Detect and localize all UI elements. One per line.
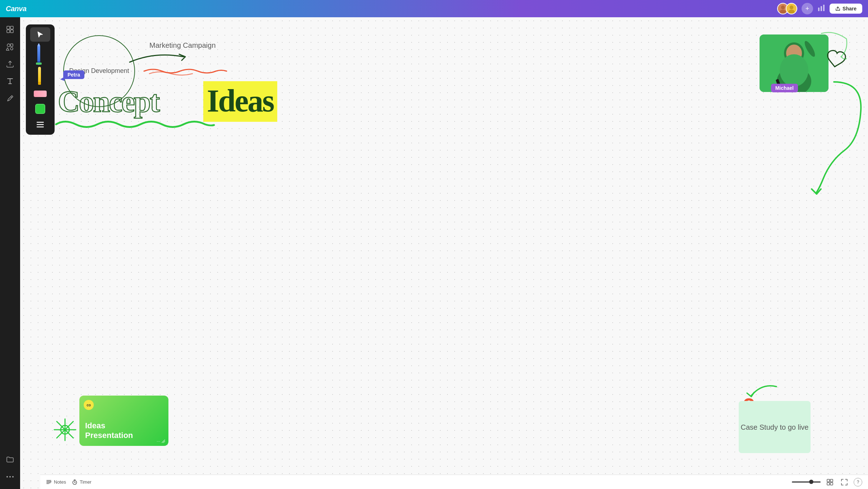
green-color-swatch[interactable] (30, 102, 50, 116)
squiggle-underline (54, 117, 216, 132)
sidebar-item-grid[interactable] (2, 22, 18, 37)
yellow-marker-tool[interactable] (30, 66, 50, 86)
svg-rect-15 (10, 47, 13, 50)
marketing-underline-doodle (142, 66, 232, 77)
ideas-highlighted-text: Ideas (203, 81, 277, 122)
canvas-content: Design Development Marketing Campaign (20, 17, 434, 245)
blue-marker-tool[interactable] (30, 43, 50, 65)
sidebar-item-draw[interactable] (2, 91, 18, 106)
svg-rect-21 (37, 126, 44, 128)
svg-rect-10 (10, 26, 13, 29)
select-tool[interactable] (30, 27, 50, 42)
svg-rect-20 (37, 124, 44, 125)
canva-logo: Canva (6, 5, 27, 13)
sidebar-item-elements[interactable] (2, 39, 18, 55)
header: Canva + (0, 0, 434, 17)
tools-menu-button[interactable] (30, 117, 50, 132)
left-sidebar (0, 17, 20, 245)
svg-rect-19 (37, 122, 44, 123)
svg-rect-14 (10, 44, 13, 46)
svg-rect-9 (7, 26, 10, 29)
sidebar-item-upload[interactable] (2, 56, 18, 72)
canvas-area[interactable]: Design Development Marketing Campaign (20, 17, 434, 245)
petra-user-label: Petra (63, 70, 84, 79)
sidebar-item-text[interactable] (2, 73, 18, 89)
svg-point-13 (7, 44, 10, 47)
pink-eraser-tool[interactable] (30, 87, 50, 100)
svg-rect-12 (10, 30, 13, 33)
svg-rect-11 (7, 30, 10, 33)
concept-text: Concept (58, 84, 159, 119)
marketing-campaign-text: Marketing Campaign (149, 41, 216, 50)
tools-panel (26, 24, 55, 135)
